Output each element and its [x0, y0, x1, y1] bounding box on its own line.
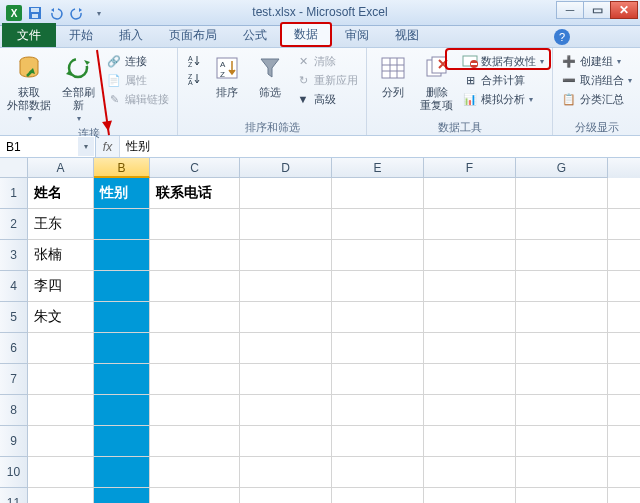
reapply-button[interactable]: ↻重新应用 — [293, 71, 360, 89]
cell[interactable] — [424, 488, 516, 503]
tab-formulas[interactable]: 公式 — [230, 23, 280, 47]
fx-button[interactable]: fx — [96, 136, 120, 157]
cell[interactable] — [28, 364, 94, 394]
cell[interactable] — [332, 302, 424, 332]
cell[interactable] — [516, 178, 608, 208]
name-box-dropdown[interactable]: ▾ — [78, 137, 94, 156]
group-create-button[interactable]: ➕创建组 — [559, 52, 634, 70]
cells-area[interactable]: 姓名性别联系电话王东张楠李四朱文 — [28, 178, 640, 503]
cell[interactable]: 李四 — [28, 271, 94, 301]
cell[interactable] — [240, 209, 332, 239]
row-header-1[interactable]: 1 — [0, 178, 28, 209]
cell[interactable] — [332, 457, 424, 487]
cell[interactable] — [240, 240, 332, 270]
remove-duplicates-button[interactable]: 删除 重复项 — [416, 50, 457, 114]
cell[interactable] — [150, 457, 240, 487]
row-header-4[interactable]: 4 — [0, 271, 28, 302]
cell[interactable] — [516, 395, 608, 425]
cell[interactable] — [424, 395, 516, 425]
cell[interactable] — [150, 488, 240, 503]
cell[interactable] — [240, 426, 332, 456]
cell[interactable] — [150, 302, 240, 332]
cell[interactable] — [516, 333, 608, 363]
cell[interactable] — [28, 457, 94, 487]
cell[interactable]: 朱文 — [28, 302, 94, 332]
cell[interactable] — [516, 271, 608, 301]
column-header-B[interactable]: B — [94, 158, 150, 178]
cell[interactable] — [240, 364, 332, 394]
cell[interactable] — [150, 240, 240, 270]
row-header-10[interactable]: 10 — [0, 457, 28, 488]
cell[interactable] — [332, 333, 424, 363]
cell[interactable] — [424, 302, 516, 332]
row-header-9[interactable]: 9 — [0, 426, 28, 457]
cell[interactable] — [150, 333, 240, 363]
cell[interactable] — [516, 488, 608, 503]
cell[interactable] — [150, 364, 240, 394]
cell[interactable] — [150, 395, 240, 425]
row-header-7[interactable]: 7 — [0, 364, 28, 395]
cell[interactable] — [516, 457, 608, 487]
column-header-D[interactable]: D — [240, 158, 332, 178]
cell[interactable]: 性别 — [94, 178, 150, 208]
cell[interactable] — [516, 364, 608, 394]
cell[interactable] — [94, 488, 150, 503]
column-header-G[interactable]: G — [516, 158, 608, 178]
column-header-C[interactable]: C — [150, 158, 240, 178]
cell[interactable] — [424, 364, 516, 394]
cell[interactable] — [516, 240, 608, 270]
get-external-data-button[interactable]: 获取 外部数据 — [6, 50, 52, 125]
cell[interactable] — [332, 488, 424, 503]
cell[interactable] — [332, 178, 424, 208]
cell[interactable] — [424, 426, 516, 456]
properties-button[interactable]: 📄属性 — [104, 71, 171, 89]
cell[interactable] — [94, 209, 150, 239]
cell[interactable] — [94, 302, 150, 332]
cell[interactable] — [424, 209, 516, 239]
cell[interactable] — [94, 364, 150, 394]
cell[interactable] — [332, 209, 424, 239]
cell[interactable]: 张楠 — [28, 240, 94, 270]
tab-home[interactable]: 开始 — [56, 23, 106, 47]
row-header-11[interactable]: 11 — [0, 488, 28, 503]
cell[interactable] — [94, 240, 150, 270]
cell[interactable] — [240, 395, 332, 425]
edit-links-button[interactable]: ✎编辑链接 — [104, 90, 171, 108]
subtotal-button[interactable]: 📋分类汇总 — [559, 90, 634, 108]
tab-file[interactable]: 文件 — [2, 23, 56, 47]
cell[interactable] — [28, 395, 94, 425]
row-header-6[interactable]: 6 — [0, 333, 28, 364]
cell[interactable] — [150, 209, 240, 239]
row-header-2[interactable]: 2 — [0, 209, 28, 240]
cell[interactable] — [424, 271, 516, 301]
name-box[interactable]: B1 ▾ — [0, 136, 96, 157]
minimize-button[interactable]: ─ — [556, 1, 584, 19]
advanced-filter-button[interactable]: ▼高级 — [293, 90, 360, 108]
row-header-8[interactable]: 8 — [0, 395, 28, 426]
cell[interactable]: 姓名 — [28, 178, 94, 208]
tab-data[interactable]: 数据 — [280, 22, 332, 47]
row-header-3[interactable]: 3 — [0, 240, 28, 271]
cell[interactable] — [516, 209, 608, 239]
filter-button[interactable]: 筛选 — [250, 50, 290, 101]
whatif-button[interactable]: 📊模拟分析 — [460, 90, 546, 108]
cell[interactable] — [332, 395, 424, 425]
tab-review[interactable]: 审阅 — [332, 23, 382, 47]
ungroup-button[interactable]: ➖取消组合 — [559, 71, 634, 89]
column-header-A[interactable]: A — [28, 158, 94, 178]
cell[interactable] — [332, 240, 424, 270]
cell[interactable] — [150, 426, 240, 456]
consolidate-button[interactable]: ⊞合并计算 — [460, 71, 546, 89]
cell[interactable]: 联系电话 — [150, 178, 240, 208]
cell[interactable] — [424, 457, 516, 487]
select-all-corner[interactable] — [0, 158, 28, 178]
tab-view[interactable]: 视图 — [382, 23, 432, 47]
cell[interactable] — [240, 302, 332, 332]
cell[interactable] — [94, 271, 150, 301]
clear-filter-button[interactable]: ✕清除 — [293, 52, 360, 70]
tab-insert[interactable]: 插入 — [106, 23, 156, 47]
cell[interactable] — [28, 333, 94, 363]
sort-asc-button[interactable]: AZ — [184, 52, 204, 70]
cell[interactable] — [240, 488, 332, 503]
cell[interactable] — [28, 426, 94, 456]
